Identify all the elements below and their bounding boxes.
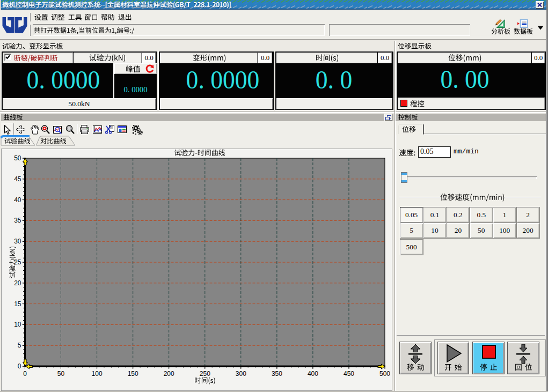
svg-text:150: 150 [128, 370, 138, 378]
svg-text:0: 0 [23, 370, 27, 378]
svg-text:45: 45 [14, 175, 21, 183]
svg-text:10: 10 [14, 321, 21, 328]
svg-text:400: 400 [308, 370, 318, 378]
svg-text:35: 35 [14, 217, 21, 224]
svg-text:15: 15 [14, 300, 21, 308]
svg-text:500: 500 [379, 370, 390, 378]
svg-text:350: 350 [272, 370, 282, 378]
svg-text:0: 0 [18, 363, 21, 370]
svg-text:200: 200 [164, 370, 174, 378]
svg-text:40: 40 [14, 196, 21, 204]
svg-text:50: 50 [14, 154, 21, 162]
svg-text:20: 20 [14, 279, 21, 287]
svg-text:25: 25 [14, 258, 21, 266]
svg-text:100: 100 [92, 370, 103, 378]
svg-text:250: 250 [200, 370, 210, 378]
svg-text:450: 450 [344, 370, 354, 378]
svg-text:300: 300 [236, 370, 246, 378]
svg-text:30: 30 [14, 238, 21, 245]
svg-text:5: 5 [18, 342, 21, 349]
svg-text:50: 50 [57, 370, 65, 378]
